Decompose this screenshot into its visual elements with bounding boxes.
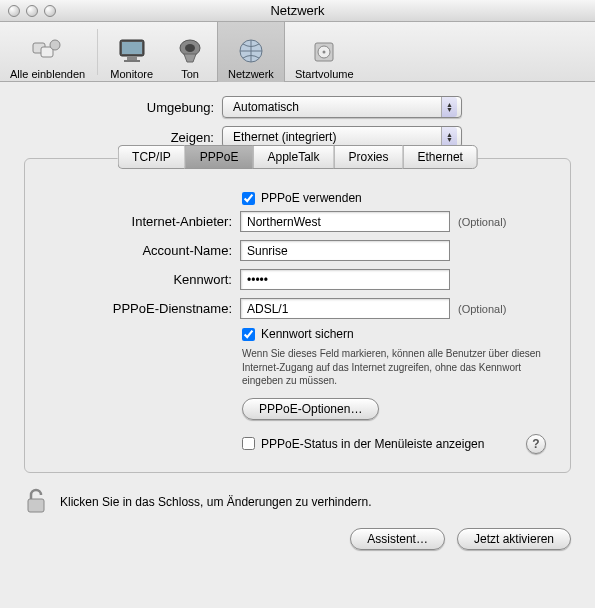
toolbar-label: Alle einblenden xyxy=(10,68,85,80)
tab-pppoe[interactable]: PPPoE xyxy=(185,145,253,169)
provider-label: Internet-Anbieter: xyxy=(45,214,240,229)
show-value: Ethernet (integriert) xyxy=(233,130,336,144)
save-password-label: Kennwort sichern xyxy=(261,327,354,341)
display-icon xyxy=(115,34,149,68)
use-pppoe-label: PPPoE verwenden xyxy=(261,191,362,205)
toolbar-label: Netzwerk xyxy=(228,68,274,80)
password-label: Kennwort: xyxy=(45,272,240,287)
toolbar: Alle einblenden Monitore Ton Netzwerk St… xyxy=(0,22,595,82)
popup-arrows-icon: ▲▼ xyxy=(441,127,457,147)
tab-ethernet[interactable]: Ethernet xyxy=(403,145,478,169)
disk-icon xyxy=(307,34,341,68)
toolbar-label: Monitore xyxy=(110,68,153,80)
show-status-checkbox[interactable] xyxy=(242,437,255,450)
toolbar-displays[interactable]: Monitore xyxy=(100,22,163,82)
footer: Assistent… Jetzt aktivieren xyxy=(0,528,595,562)
use-pppoe-checkbox[interactable] xyxy=(242,192,255,205)
pppoe-options-button[interactable]: PPPoE-Optionen… xyxy=(242,398,379,420)
globe-icon xyxy=(234,34,268,68)
optional-hint: (Optional) xyxy=(458,216,506,228)
lock-text: Klicken Sie in das Schloss, um Änderunge… xyxy=(60,495,372,509)
location-value: Automatisch xyxy=(233,100,299,114)
svg-rect-6 xyxy=(124,60,140,62)
toolbar-label: Startvolume xyxy=(295,68,354,80)
toolbar-label: Ton xyxy=(181,68,199,80)
titlebar: Netzwerk xyxy=(0,0,595,22)
speaker-icon xyxy=(173,34,207,68)
help-button[interactable]: ? xyxy=(526,434,546,454)
apply-now-button[interactable]: Jetzt aktivieren xyxy=(457,528,571,550)
toolbar-sound[interactable]: Ton xyxy=(163,22,217,82)
lock-row: Klicken Sie in das Schloss, um Änderunge… xyxy=(0,473,595,528)
svg-point-8 xyxy=(185,44,195,52)
lock-icon[interactable] xyxy=(24,487,60,518)
svg-rect-4 xyxy=(122,42,142,54)
service-label: PPPoE-Dienstname: xyxy=(45,301,240,316)
provider-field[interactable] xyxy=(240,211,450,232)
tab-tcpip[interactable]: TCP/IP xyxy=(117,145,185,169)
tab-appletalk[interactable]: AppleTalk xyxy=(252,145,333,169)
save-password-note: Wenn Sie dieses Feld markieren, können a… xyxy=(242,347,542,388)
svg-point-2 xyxy=(50,40,60,50)
toolbar-separator xyxy=(97,29,98,75)
popup-arrows-icon: ▲▼ xyxy=(441,97,457,117)
password-field[interactable] xyxy=(240,269,450,290)
location-label: Umgebung: xyxy=(24,100,222,115)
toolbar-network[interactable]: Netzwerk xyxy=(217,22,285,82)
show-label: Zeigen: xyxy=(24,130,222,145)
save-password-checkbox[interactable] xyxy=(242,328,255,341)
svg-rect-13 xyxy=(28,499,44,512)
tab-proxies[interactable]: Proxies xyxy=(334,145,403,169)
account-field[interactable] xyxy=(240,240,450,261)
toolbar-startup-disk[interactable]: Startvolume xyxy=(285,22,364,82)
svg-rect-5 xyxy=(127,57,137,60)
service-field[interactable] xyxy=(240,298,450,319)
toolbar-show-all[interactable]: Alle einblenden xyxy=(0,22,95,82)
tab-bar: TCP/IP PPPoE AppleTalk Proxies Ethernet xyxy=(117,145,478,169)
assistant-button[interactable]: Assistent… xyxy=(350,528,445,550)
settings-group: TCP/IP PPPoE AppleTalk Proxies Ethernet … xyxy=(24,158,571,473)
optional-hint: (Optional) xyxy=(458,303,506,315)
location-popup[interactable]: Automatisch ▲▼ xyxy=(222,96,462,118)
show-all-icon xyxy=(31,34,65,68)
svg-point-12 xyxy=(323,50,326,53)
window-title: Netzwerk xyxy=(0,3,595,18)
account-label: Account-Name: xyxy=(45,243,240,258)
show-status-label: PPPoE-Status in der Menüleiste anzeigen xyxy=(261,437,484,451)
